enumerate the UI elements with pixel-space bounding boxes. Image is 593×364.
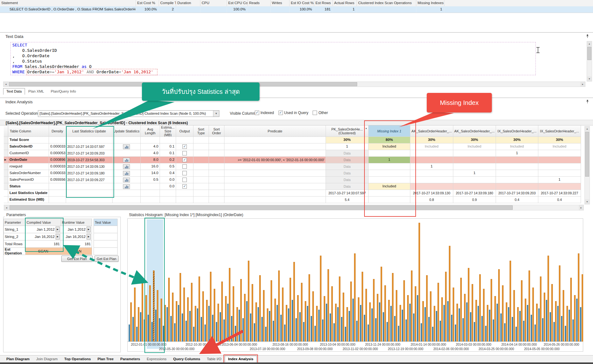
scroll-track[interactable] — [587, 46, 592, 76]
column-header-update-statistics[interactable]: Update Statistics — [113, 125, 141, 137]
tab-table-i-o[interactable]: Table I/O — [204, 356, 224, 362]
scroll-thumb[interactable] — [9, 205, 513, 210]
index-table-row-customerid[interactable]: CustomerID0.0000532017-10-27 14:33:09.20… — [4, 150, 581, 157]
pin-icon[interactable] — [585, 34, 590, 39]
tab-plan-xml[interactable]: Plan XML — [25, 88, 47, 95]
histogram-chart-icon[interactable] — [123, 144, 130, 149]
checkbox-indexed[interactable]: ✓ — [255, 111, 259, 115]
param-col-header-test-value[interactable]: Test Value — [94, 219, 118, 226]
scroll-thumb[interactable] — [587, 47, 591, 60]
index-table-row-salesordernumber[interactable]: SalesOrderNumber0.0000332017-10-27 14:33… — [4, 170, 581, 177]
stmt-col-header-est-io-cost[interactable]: Est IO Cost % — [290, 0, 314, 6]
stmt-col-header-clustered-index-scan-operations[interactable]: Clustered Index Scan Operations — [357, 0, 416, 6]
index-column-header-missing-index-1[interactable]: Missing Index 1 — [369, 125, 410, 137]
column-header-last-statistics-update[interactable]: Last Statistics Update — [66, 125, 113, 137]
param-col-header-runtime-value[interactable]: Runtime Value — [61, 219, 92, 226]
runtime-value-cell[interactable]: Jan 16,2012▶ — [61, 233, 92, 240]
stmt-col-header-est-cpu-cost[interactable]: Est CPU Cost % — [227, 0, 248, 6]
histogram-chart-icon[interactable] — [123, 184, 130, 189]
stmt-col-header-est-cost[interactable]: Est Cost % — [136, 0, 159, 6]
stmt-col-header-est-rows[interactable]: Est Rows — [314, 0, 333, 6]
sql-horizontal-scrollbar[interactable]: ◄ ► — [3, 82, 585, 87]
dropdown-arrow-icon[interactable]: ▶ — [87, 227, 91, 232]
tab-plan-diagram[interactable]: Plan Diagram — [3, 356, 33, 362]
column-header-output[interactable]: Output — [176, 125, 193, 137]
tab-text-data[interactable]: Text Data — [3, 88, 25, 95]
checkbox-used-in-query[interactable]: ✓ — [278, 111, 283, 115]
output-checkbox[interactable] — [182, 151, 187, 155]
stmt-col-header-duration[interactable]: Duration — [176, 0, 200, 6]
statistics-histogram[interactable]: 2012-01-01 00:00:00.0002012-10-30 00:00:… — [127, 218, 583, 352]
get-est-plan-button[interactable]: Get Est Plan — [95, 256, 119, 262]
stmt-col-header-writes[interactable]: Writes — [271, 0, 290, 6]
test-value-cell[interactable] — [94, 240, 118, 248]
stmt-col-header-missing-indexes[interactable]: Missing Indexes — [416, 0, 444, 6]
column-header-estima-size-mb[interactable]: Estima... Size (MB) — [160, 125, 176, 137]
tab-plan-tree[interactable]: Plan Tree — [94, 356, 117, 362]
tab-top-operations[interactable]: Top Operations — [61, 356, 94, 362]
tab-plan-query-info[interactable]: Plan/Query Info — [47, 88, 79, 95]
histogram-chart-icon[interactable] — [123, 158, 130, 162]
stmt-col-header-cpu[interactable]: CPU — [200, 0, 227, 6]
test-value-cell[interactable] — [94, 233, 118, 240]
compiled-value-cell[interactable]: 181 — [25, 240, 61, 248]
stmt-col-header-compile-time[interactable]: Compile Time — [159, 0, 176, 6]
chevron-down-icon[interactable]: ▼ — [213, 111, 219, 117]
tab-parameters[interactable]: Parameters — [117, 356, 144, 362]
get-est-plan-button[interactable]: Get Est Plan — [61, 256, 93, 262]
index-column-header-ak-salesorderheader[interactable]: AK_SalesOrderHeader_... — [410, 125, 453, 137]
scroll-right-icon[interactable]: ► — [580, 82, 585, 87]
runtime-value-cell[interactable]: 181 — [61, 240, 92, 248]
statement-row[interactable]: SELECT O.SalesOrderID , O.OrderDate , O.… — [0, 6, 593, 13]
test-value-cell[interactable] — [94, 226, 118, 233]
output-checkbox[interactable] — [182, 171, 187, 175]
index-table-row-status[interactable]: Status0.0✓DataIncluded — [4, 183, 581, 190]
param-col-header-compiled-value[interactable]: Compiled Value — [25, 219, 61, 226]
tab-expressions[interactable]: Expressions — [144, 356, 170, 362]
scroll-left-icon[interactable]: ◄ — [3, 82, 8, 87]
scroll-down-icon[interactable]: ▼ — [585, 199, 590, 204]
checkbox-other[interactable] — [313, 111, 317, 115]
sql-text-editor[interactable]: SELECT O.SalesOrderID, O.OrderDate, O.St… — [3, 41, 585, 82]
runtime-value-cell[interactable]: SCAN — [61, 247, 92, 255]
scroll-track[interactable] — [585, 131, 590, 199]
histogram-chart-icon[interactable] — [123, 164, 130, 169]
scroll-right-icon[interactable]: ► — [579, 205, 584, 210]
scroll-thumb[interactable] — [585, 132, 589, 177]
compiled-value-cell[interactable]: Jan 1,2012▶ — [25, 226, 61, 233]
sql-vertical-scrollbar[interactable]: ▲ ▼ — [587, 41, 592, 82]
output-checkbox[interactable] — [182, 164, 187, 169]
column-header-density[interactable]: Density — [49, 125, 66, 137]
dropdown-arrow-icon[interactable]: ▶ — [87, 234, 91, 240]
scroll-up-icon[interactable]: ▲ — [587, 41, 592, 46]
stmt-col-header-reads[interactable]: Reads — [248, 0, 271, 6]
scroll-left-icon[interactable]: ◄ — [4, 205, 9, 210]
column-header-table-column[interactable]: Table Column — [8, 125, 49, 137]
selected-operation-dropdown[interactable]: [Sales].[SalesOrderHeader].[PK_SalesOrde… — [38, 110, 219, 117]
index-table-horizontal-scrollbar[interactable]: ◄ ► — [4, 205, 584, 210]
column-header-sort-order[interactable]: Sort Order — [209, 125, 224, 137]
tab-join-diagram[interactable]: Join Diagram — [33, 356, 61, 362]
tab-query-columns[interactable]: Query Columns — [170, 356, 204, 362]
dropdown-arrow-icon[interactable]: ▶ — [56, 234, 60, 240]
param-col-header-parameter[interactable]: Parameter — [3, 219, 26, 226]
tab-index-analysis[interactable]: Index Analysis — [225, 356, 256, 362]
output-checkbox[interactable]: ✓ — [182, 144, 187, 149]
index-table-row-salesorderid[interactable]: SalesOrderID0.0000332017-10-27 14:33:07.… — [4, 143, 581, 150]
dropdown-arrow-icon[interactable]: ▶ — [56, 227, 60, 232]
output-checkbox[interactable] — [182, 178, 187, 182]
compiled-value-cell[interactable]: Jan 16,2012▶ — [25, 233, 61, 240]
scroll-up-icon[interactable]: ▲ — [585, 126, 590, 131]
column-header-sort-type[interactable]: Sort Type — [193, 125, 209, 137]
scroll-track[interactable] — [9, 205, 579, 210]
compiled-value-cell[interactable]: SCAN — [25, 247, 61, 255]
stmt-col-header-actual-rows[interactable]: Actual Rows — [333, 0, 357, 6]
test-value-cell[interactable] — [94, 247, 118, 255]
output-checkbox[interactable]: ✓ — [182, 184, 187, 189]
index-column-header-ix-salesorderheader[interactable]: IX_SalesOrderHeader_... — [496, 125, 538, 137]
histogram-chart-icon[interactable] — [123, 178, 130, 182]
runtime-value-cell[interactable]: Jan 1,2012▶ — [61, 226, 92, 233]
output-checkbox[interactable]: ✓ — [182, 158, 187, 162]
scroll-track[interactable] — [8, 82, 580, 87]
index-column-header-pk-salesorderhe-clustered[interactable]: PK_SalesOrderHe... (Clustered)▲ — [326, 125, 369, 137]
